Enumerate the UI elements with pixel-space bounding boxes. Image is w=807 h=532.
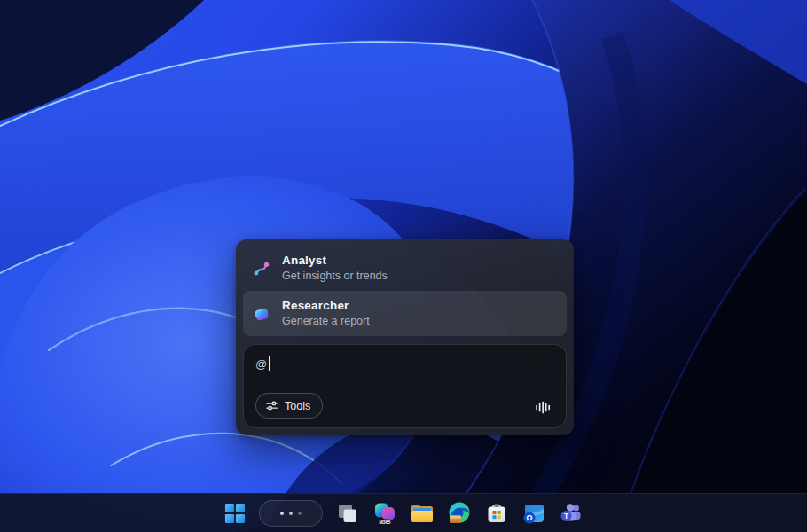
agent-option-analyst[interactable]: Analyst Get insights or trends bbox=[243, 246, 567, 291]
loading-dot bbox=[280, 512, 284, 515]
teams-icon: T bbox=[559, 501, 584, 526]
outlook-letter: O bbox=[526, 513, 532, 522]
m365-copilot-icon: M365 bbox=[372, 501, 397, 526]
sliders-icon bbox=[265, 399, 278, 412]
teams-button[interactable]: T bbox=[559, 501, 584, 526]
text-cursor bbox=[269, 356, 270, 371]
search-pill[interactable] bbox=[259, 500, 323, 527]
store-button[interactable] bbox=[484, 501, 509, 526]
agent-option-researcher[interactable]: Researcher Generate a report bbox=[243, 291, 567, 336]
loading-dot bbox=[289, 512, 293, 515]
tools-button[interactable]: Tools bbox=[255, 393, 323, 419]
edge-button[interactable] bbox=[447, 501, 472, 526]
m365-badge-label: M365 bbox=[380, 519, 391, 524]
microsoft-store-icon bbox=[484, 501, 509, 526]
start-button[interactable] bbox=[223, 502, 247, 525]
prompt-text-line[interactable]: @ bbox=[255, 356, 554, 371]
analyst-trend-icon bbox=[253, 260, 270, 278]
prompt-toolbar: Tools bbox=[255, 393, 554, 419]
desktop: Analyst Get insights or trends bbox=[0, 0, 807, 532]
task-view-button[interactable] bbox=[335, 501, 360, 526]
agent-title: Analyst bbox=[282, 253, 388, 269]
file-explorer-icon bbox=[410, 501, 435, 526]
outlook-button[interactable]: O bbox=[521, 501, 546, 526]
windows-logo-icon bbox=[224, 503, 246, 524]
outlook-icon: O bbox=[521, 501, 546, 526]
file-explorer-button[interactable] bbox=[410, 501, 435, 526]
tools-button-label: Tools bbox=[285, 400, 310, 412]
loading-dot bbox=[298, 512, 302, 515]
agent-title: Researcher bbox=[282, 298, 370, 314]
teams-letter: T bbox=[564, 512, 569, 520]
voice-waveform-icon[interactable] bbox=[532, 397, 552, 417]
task-view-icon bbox=[336, 502, 359, 525]
agent-text-analyst: Analyst Get insights or trends bbox=[282, 253, 388, 284]
agent-subtitle: Generate a report bbox=[282, 314, 370, 329]
agent-text-researcher: Researcher Generate a report bbox=[282, 298, 370, 329]
edge-icon bbox=[447, 501, 472, 526]
m365-copilot-button[interactable]: M365 bbox=[372, 501, 397, 526]
copilot-popup: Analyst Get insights or trends bbox=[236, 239, 574, 435]
taskbar: M365 bbox=[0, 493, 807, 532]
prompt-text: @ bbox=[255, 357, 267, 371]
prompt-input-box[interactable]: @ Tools bbox=[243, 344, 567, 428]
agent-subtitle: Get insights or trends bbox=[282, 269, 388, 284]
researcher-icon bbox=[253, 305, 270, 323]
